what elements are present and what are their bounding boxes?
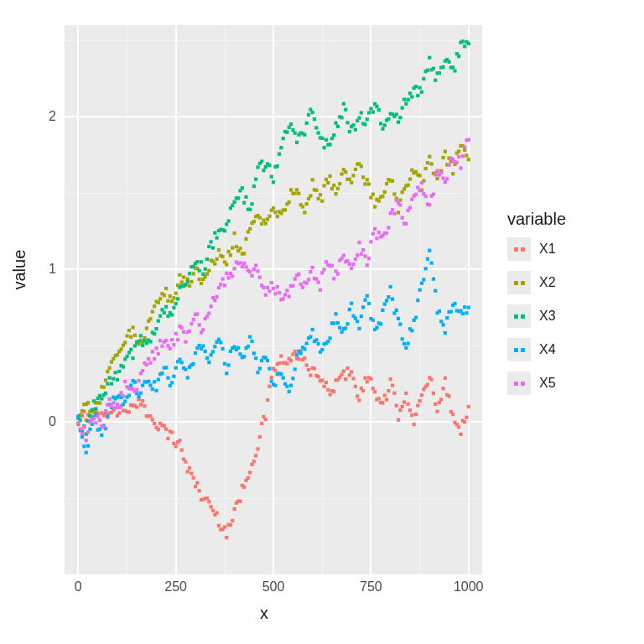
- data-point: [125, 355, 128, 358]
- data-point: [104, 392, 107, 395]
- data-point: [418, 399, 422, 402]
- data-point: [184, 368, 187, 371]
- data-point: [163, 424, 166, 428]
- data-point: [221, 255, 224, 258]
- data-point: [325, 178, 328, 181]
- scatter-points: [65, 25, 482, 574]
- data-point: [383, 303, 387, 306]
- data-point: [207, 361, 210, 364]
- data-point: [305, 202, 309, 205]
- data-point: [164, 366, 168, 369]
- data-point: [444, 377, 447, 380]
- data-point: [356, 394, 359, 397]
- data-point: [148, 361, 152, 365]
- data-point: [92, 399, 96, 402]
- data-point: [397, 317, 400, 320]
- data-point: [398, 116, 402, 119]
- data-point: [344, 326, 347, 330]
- data-point: [242, 201, 246, 205]
- data-point: [285, 385, 288, 388]
- data-point: [377, 199, 381, 202]
- legend-dot-icon: [521, 382, 525, 386]
- data-point: [108, 397, 112, 401]
- data-point: [397, 418, 400, 422]
- data-point: [375, 105, 378, 108]
- data-point: [166, 314, 169, 318]
- data-point: [195, 481, 199, 485]
- data-point: [445, 177, 449, 180]
- legend-key: [507, 237, 531, 261]
- data-point: [319, 288, 322, 292]
- data-point: [192, 272, 195, 275]
- data-point: [439, 319, 443, 323]
- data-point: [465, 416, 468, 419]
- data-point: [350, 302, 353, 305]
- data-point: [297, 192, 300, 195]
- data-point: [434, 79, 437, 82]
- data-point: [262, 218, 265, 221]
- x-tick-label: 250: [164, 579, 187, 595]
- data-point: [207, 245, 210, 248]
- data-point: [438, 309, 441, 313]
- data-point: [252, 460, 256, 463]
- data-point: [154, 389, 158, 392]
- data-point: [123, 400, 127, 403]
- data-point: [391, 298, 394, 301]
- data-point: [176, 297, 179, 300]
- data-point: [276, 215, 279, 218]
- data-point: [273, 292, 277, 295]
- data-point: [226, 250, 230, 253]
- data-point: [91, 408, 94, 412]
- data-point: [166, 437, 169, 440]
- data-point: [416, 404, 419, 408]
- data-point: [338, 182, 341, 185]
- data-point: [266, 217, 269, 221]
- data-point: [282, 137, 285, 140]
- data-point: [221, 347, 224, 351]
- data-point: [328, 143, 331, 146]
- data-point: [225, 262, 228, 266]
- data-point: [447, 60, 450, 64]
- data-point: [266, 398, 269, 402]
- data-point: [248, 270, 252, 273]
- data-point: [467, 138, 470, 141]
- data-point: [371, 319, 375, 322]
- data-point: [169, 294, 172, 298]
- data-point: [137, 395, 140, 398]
- data-point: [395, 404, 398, 408]
- data-point: [397, 121, 400, 124]
- data-point: [133, 334, 137, 337]
- data-point: [325, 138, 328, 142]
- legend-title: variable: [507, 210, 633, 229]
- data-point: [379, 322, 382, 325]
- data-point: [125, 334, 128, 337]
- data-point: [82, 444, 86, 448]
- data-point: [148, 383, 152, 387]
- data-point: [291, 377, 294, 380]
- data-point: [157, 301, 160, 304]
- data-point: [401, 106, 404, 110]
- data-point: [293, 367, 297, 371]
- data-point: [340, 372, 343, 376]
- data-point: [395, 112, 398, 116]
- data-point: [135, 405, 138, 408]
- data-point: [217, 286, 221, 289]
- data-point: [414, 170, 418, 174]
- data-point: [438, 71, 441, 75]
- data-point: [86, 401, 90, 404]
- data-point: [158, 314, 162, 318]
- data-point: [387, 226, 390, 229]
- data-point: [363, 377, 366, 380]
- data-point: [465, 153, 468, 157]
- data-point: [108, 376, 112, 379]
- data-point: [441, 176, 444, 179]
- data-point: [153, 357, 156, 361]
- data-point: [283, 208, 287, 211]
- data-point: [141, 399, 144, 402]
- data-point: [342, 369, 345, 372]
- data-point: [116, 378, 119, 382]
- data-point: [157, 428, 160, 431]
- data-point: [145, 326, 148, 330]
- data-point: [88, 414, 91, 418]
- data-point: [178, 358, 181, 361]
